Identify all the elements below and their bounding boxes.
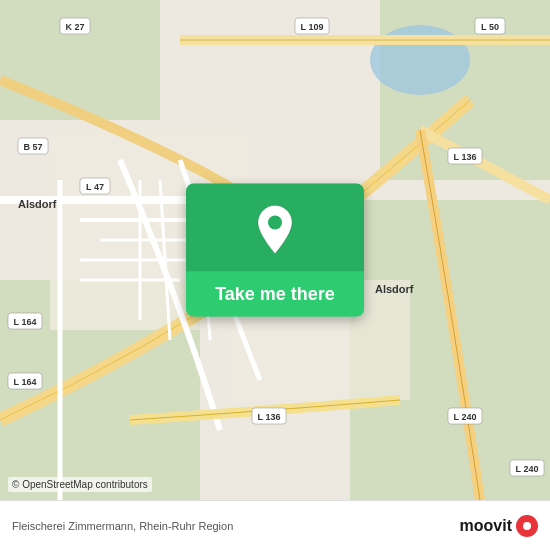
svg-text:B 57: B 57 bbox=[23, 142, 42, 152]
svg-text:L 50: L 50 bbox=[481, 22, 499, 32]
osm-credit: © OpenStreetMap contributors bbox=[8, 477, 152, 492]
location-pin-icon bbox=[254, 204, 296, 256]
svg-point-32 bbox=[268, 216, 282, 230]
svg-text:L 240: L 240 bbox=[516, 464, 539, 474]
take-me-there-button[interactable]: Take me there bbox=[186, 184, 364, 317]
svg-text:L 109: L 109 bbox=[301, 22, 324, 32]
svg-text:L 240: L 240 bbox=[454, 412, 477, 422]
map-container: K 27 L 109 L 50 B 57 L 47 L 136 Alsdorf … bbox=[0, 0, 550, 500]
svg-text:L 164: L 164 bbox=[14, 377, 37, 387]
svg-text:L 47: L 47 bbox=[86, 182, 104, 192]
moovit-logo-dot bbox=[516, 515, 538, 537]
moovit-logo: moovit bbox=[460, 515, 538, 537]
button-icon-area bbox=[186, 184, 364, 272]
svg-text:L 136: L 136 bbox=[258, 412, 281, 422]
footer-bar: Fleischerei Zimmermann, Rhein-Ruhr Regio… bbox=[0, 500, 550, 550]
location-text: Fleischerei Zimmermann, Rhein-Ruhr Regio… bbox=[12, 520, 233, 532]
svg-text:L 136: L 136 bbox=[454, 152, 477, 162]
svg-text:K 27: K 27 bbox=[65, 22, 84, 32]
svg-text:Alsdorf: Alsdorf bbox=[18, 198, 57, 210]
svg-text:Alsdorf: Alsdorf bbox=[375, 283, 414, 295]
moovit-logo-text: moovit bbox=[460, 517, 512, 535]
svg-text:L 164: L 164 bbox=[14, 317, 37, 327]
button-label: Take me there bbox=[186, 272, 364, 317]
